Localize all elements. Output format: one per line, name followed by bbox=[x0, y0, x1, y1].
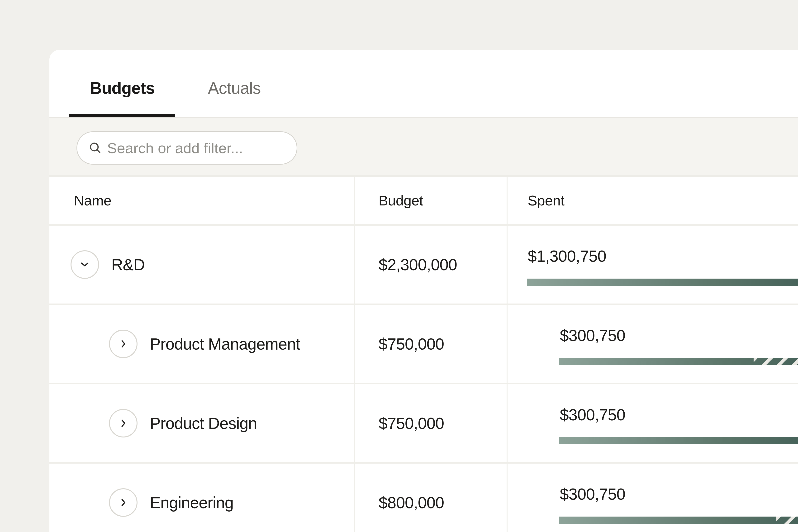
projected-overage-hatch bbox=[754, 358, 798, 365]
table-row[interactable]: Engineering $800,000 $300,750 bbox=[50, 462, 798, 532]
budget-value: $800,000 bbox=[379, 494, 444, 511]
budget-value: $750,000 bbox=[379, 336, 444, 352]
chevron-right-icon bbox=[121, 498, 126, 507]
spent-value: $1,300,750 bbox=[528, 248, 606, 264]
tab-actuals[interactable]: Actuals bbox=[185, 50, 284, 117]
budget-cell: $750,000 bbox=[354, 305, 507, 383]
row-name: Product Design bbox=[150, 415, 257, 431]
projected-overage-hatch bbox=[776, 516, 798, 524]
filter-bar bbox=[50, 117, 798, 177]
spent-cell: $300,750 bbox=[507, 305, 798, 383]
name-cell: Engineering bbox=[50, 463, 354, 532]
spent-progress-bar bbox=[527, 279, 798, 286]
table-row[interactable]: Product Design $750,000 $300,750 bbox=[50, 383, 798, 462]
spent-cell: $1,300,750 bbox=[507, 226, 798, 304]
expand-row-button[interactable] bbox=[109, 330, 137, 358]
search-input[interactable] bbox=[101, 140, 277, 156]
budget-cell: $800,000 bbox=[354, 463, 507, 532]
expand-row-button[interactable] bbox=[109, 409, 137, 437]
table-header: Name Budget Spent bbox=[50, 177, 798, 224]
row-name: R&D bbox=[111, 256, 145, 273]
name-cell: R&D bbox=[50, 226, 354, 304]
tab-budgets[interactable]: Budgets bbox=[69, 50, 175, 117]
spent-value: $300,750 bbox=[560, 406, 625, 423]
column-header-budget[interactable]: Budget bbox=[354, 177, 507, 224]
spent-value: $300,750 bbox=[560, 327, 625, 343]
tab-budgets-label: Budgets bbox=[90, 80, 155, 96]
search-field[interactable] bbox=[76, 131, 297, 165]
expand-row-button[interactable] bbox=[109, 488, 137, 517]
row-name: Product Management bbox=[150, 336, 300, 352]
budgets-card: Budgets Actuals Name Budget Spent bbox=[50, 50, 798, 532]
tab-bar: Budgets Actuals bbox=[50, 50, 798, 117]
chevron-right-icon bbox=[121, 340, 126, 348]
spent-value: $300,750 bbox=[560, 486, 625, 502]
budget-cell: $750,000 bbox=[354, 384, 507, 462]
name-cell: Product Management bbox=[50, 305, 354, 383]
table-row[interactable]: Product Management $750,000 $300,750 bbox=[50, 304, 798, 383]
spent-cell: $300,750 bbox=[507, 463, 798, 532]
column-header-name[interactable]: Name bbox=[50, 177, 354, 224]
spent-progress-bar bbox=[559, 358, 798, 365]
column-header-spent[interactable]: Spent bbox=[507, 177, 798, 224]
budget-cell: $2,300,000 bbox=[354, 226, 507, 304]
spent-cell: $300,750 bbox=[507, 384, 798, 462]
name-cell: Product Design bbox=[50, 384, 354, 462]
spent-progress-bar bbox=[559, 437, 798, 444]
table-row[interactable]: R&D $2,300,000 $1,300,750 bbox=[50, 224, 798, 304]
collapse-row-button[interactable] bbox=[71, 250, 99, 279]
budget-value: $750,000 bbox=[379, 415, 444, 431]
chevron-down-icon bbox=[81, 262, 89, 267]
row-name: Engineering bbox=[150, 494, 233, 511]
spent-progress-bar bbox=[559, 516, 798, 524]
budget-value: $2,300,000 bbox=[379, 256, 457, 273]
search-icon bbox=[89, 142, 101, 154]
tab-actuals-label: Actuals bbox=[208, 80, 261, 96]
chevron-right-icon bbox=[121, 419, 126, 427]
